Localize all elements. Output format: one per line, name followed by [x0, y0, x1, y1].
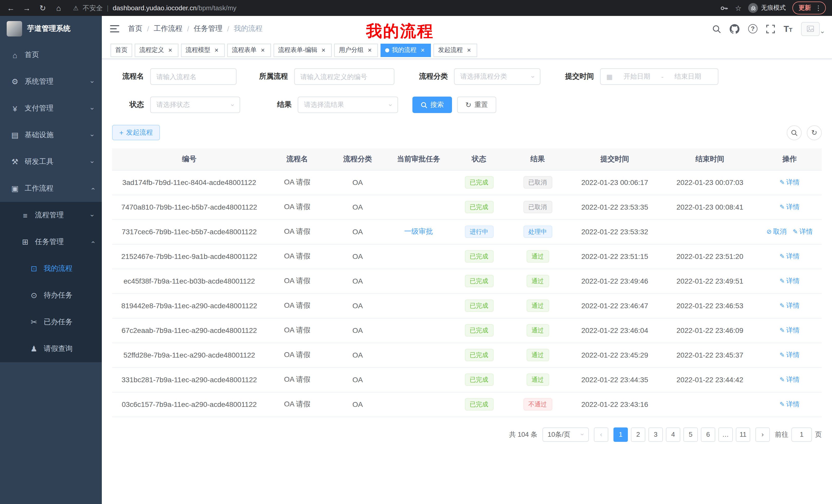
- sidebar-item-process-management[interactable]: ≡流程管理›: [0, 202, 102, 229]
- process-name-input-field[interactable]: [156, 73, 230, 80]
- result-label: 结果: [255, 100, 291, 109]
- pager-page-4[interactable]: 4: [666, 427, 680, 442]
- tags-view-tab[interactable]: 流程表单-编辑×: [274, 44, 332, 57]
- sidebar-item-infrastructure[interactable]: ▤基础设施›: [0, 122, 102, 148]
- reset-button[interactable]: ↻ 重置: [457, 96, 496, 113]
- cell-result: 通过: [508, 343, 567, 367]
- breadcrumb-item-workflow[interactable]: 工作流程: [154, 24, 183, 33]
- browser-home-icon[interactable]: ⌂: [54, 4, 63, 12]
- hamburger-icon[interactable]: [110, 25, 119, 32]
- process-name-input[interactable]: [150, 68, 237, 85]
- sidebar-item-system-management[interactable]: ⚙系统管理›: [0, 68, 102, 95]
- detail-link[interactable]: ✎详情: [780, 326, 800, 335]
- cell-task: [387, 195, 450, 219]
- pager-page-5[interactable]: 5: [683, 427, 698, 442]
- refresh-table-button[interactable]: ↻: [807, 125, 822, 140]
- sidebar-item-home[interactable]: ⌂首页: [0, 41, 102, 68]
- create-process-button[interactable]: + 发起流程: [112, 125, 160, 140]
- cell-id: 3ad174fb-7b9d-11ec-8404-acde48001122: [112, 170, 266, 195]
- task-link[interactable]: 一级审批: [404, 227, 433, 235]
- filter-submit-time: 提交时间 ▦ 开始日期 - 结束日期: [555, 68, 718, 85]
- status-select[interactable]: 请选择状态 ›: [150, 96, 240, 113]
- detail-link[interactable]: ✎详情: [780, 400, 800, 409]
- cancel-link[interactable]: ⊘取消: [766, 227, 786, 236]
- search-button[interactable]: 搜索: [412, 96, 452, 113]
- pager-ellipsis[interactable]: …: [718, 427, 733, 442]
- cell-task: [387, 318, 450, 343]
- detail-link[interactable]: ✎详情: [780, 301, 800, 310]
- close-icon[interactable]: ×: [366, 47, 373, 54]
- app-logo[interactable]: 芋道管理系统: [0, 16, 102, 41]
- sidebar-item-done-tasks[interactable]: ✂已办任务: [0, 309, 102, 335]
- user-avatar[interactable]: ›: [801, 22, 824, 36]
- tags-view-tab[interactable]: 用户分组×: [334, 44, 378, 57]
- close-icon[interactable]: ×: [419, 47, 426, 54]
- result-select[interactable]: 请选择流结果 ›: [298, 96, 398, 113]
- sidebar-item-dev-tools[interactable]: ⚒研发工具›: [0, 148, 102, 175]
- detail-link[interactable]: ✎详情: [780, 178, 800, 187]
- sidebar-item-leave-query[interactable]: ♟请假查询: [0, 335, 102, 362]
- breadcrumb-item-task-management[interactable]: 任务管理: [194, 24, 223, 33]
- submit-time-range-picker[interactable]: ▦ 开始日期 - 结束日期: [600, 68, 718, 85]
- close-icon[interactable]: ×: [166, 47, 174, 54]
- detail-link[interactable]: ✎详情: [793, 227, 813, 236]
- hide-search-button[interactable]: [787, 125, 802, 140]
- detail-link[interactable]: ✎详情: [780, 252, 800, 261]
- close-icon[interactable]: ×: [320, 47, 327, 54]
- close-icon[interactable]: ×: [213, 47, 220, 54]
- process-definition-input[interactable]: [294, 68, 394, 85]
- detail-link[interactable]: ✎详情: [780, 351, 800, 360]
- browser-forward-icon[interactable]: →: [22, 4, 31, 12]
- chevron-down-icon: ›: [819, 31, 826, 33]
- sidebar-item-my-process[interactable]: ⊡我的流程: [0, 255, 102, 282]
- browser-back-icon[interactable]: ←: [6, 4, 16, 12]
- font-size-icon[interactable]: TT: [784, 24, 792, 33]
- close-icon[interactable]: ×: [259, 47, 266, 54]
- pager-goto: 前往 页: [775, 427, 822, 442]
- pager-page-2[interactable]: 2: [631, 427, 645, 442]
- detail-link[interactable]: ✎详情: [780, 276, 800, 286]
- process-definition-input-field[interactable]: [300, 73, 388, 80]
- tags-view-tab[interactable]: 流程表单×: [227, 44, 271, 57]
- close-icon[interactable]: ×: [465, 47, 473, 54]
- tags-view-tab[interactable]: 发起流程×: [434, 44, 477, 57]
- key-icon[interactable]: [720, 4, 728, 12]
- sidebar-item-payment-management[interactable]: ¥支付管理›: [0, 95, 102, 122]
- tags-view-tab[interactable]: 首页: [110, 44, 132, 57]
- pager-page-3[interactable]: 3: [648, 427, 663, 442]
- update-button[interactable]: 更新 ⋮: [792, 2, 826, 15]
- detail-link[interactable]: ✎详情: [780, 202, 800, 212]
- cell-result: 通过: [508, 367, 567, 392]
- table-row: 67c2eaab-7b9a-11ec-a290-acde48001122OA 请…: [112, 318, 822, 343]
- category-select[interactable]: 请选择流程分类 ›: [454, 68, 541, 85]
- help-icon[interactable]: ?: [748, 24, 757, 33]
- page-size-select[interactable]: 10条/页 ›: [543, 427, 589, 442]
- pager-page-6[interactable]: 6: [701, 427, 715, 442]
- tags-view-tab[interactable]: 流程定义×: [135, 44, 178, 57]
- fullscreen-icon[interactable]: [766, 24, 775, 33]
- browser-menu-icon[interactable]: ⋮: [815, 4, 822, 12]
- pager-page-1[interactable]: 1: [614, 427, 628, 442]
- sidebar-item-todo-tasks[interactable]: ⊙待办任务: [0, 282, 102, 309]
- leave-query-icon: ♟: [29, 344, 38, 354]
- cell-submit-time: 2022-01-22 23:43:16: [567, 392, 662, 417]
- pager-prev-button[interactable]: ‹: [594, 427, 608, 442]
- detail-link[interactable]: ✎详情: [780, 375, 800, 384]
- breadcrumb-item-home[interactable]: 首页: [128, 24, 142, 33]
- goto-page-input[interactable]: [791, 427, 812, 442]
- tags-view-tab[interactable]: 我的流程×: [381, 44, 431, 57]
- pager-page-11[interactable]: 11: [736, 427, 750, 442]
- bookmark-star-icon[interactable]: ☆: [735, 4, 742, 12]
- github-icon[interactable]: [730, 24, 739, 34]
- cell-task: [387, 269, 450, 293]
- cell-result: 通过: [508, 244, 567, 269]
- browser-reload-icon[interactable]: ↻: [38, 3, 47, 12]
- pager-next-button[interactable]: ›: [755, 427, 770, 442]
- search-icon[interactable]: [712, 24, 721, 33]
- address-bar[interactable]: ⚠ 不安全 | dashboard.yudao.iocoder.cn/bpm/t…: [73, 3, 713, 12]
- sidebar-item-task-management[interactable]: ⊞任务管理›: [0, 229, 102, 255]
- sidebar-item-workflow[interactable]: ▣工作流程›: [0, 175, 102, 202]
- cell-task: [387, 170, 450, 195]
- security-label: 不安全: [83, 3, 103, 12]
- tags-view-tab[interactable]: 流程模型×: [181, 44, 225, 57]
